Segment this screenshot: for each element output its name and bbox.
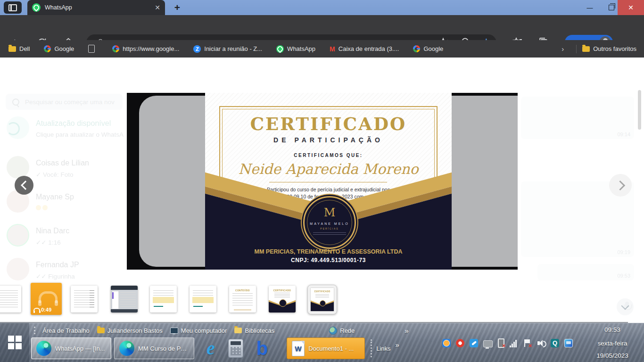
browser-tab[interactable]: WhatsApp ✕: [27, 0, 165, 15]
recipient-name: Neide Aparecida Moreno: [205, 161, 452, 177]
toolbar-meu-computador[interactable]: Meu computador: [170, 327, 227, 334]
minimize-button[interactable]: —: [579, 0, 601, 15]
bookmark-dell[interactable]: Dell: [8, 45, 30, 52]
other-favorites[interactable]: Outros favoritos: [582, 45, 636, 52]
seal-divider: [313, 232, 346, 235]
taskbar-app-whatsapp[interactable]: WhatsApp — [In...: [31, 337, 111, 359]
message-bubble: 09:53: [537, 264, 634, 280]
tab-close-icon[interactable]: ✕: [155, 4, 160, 11]
signal-bars-tray-icon[interactable]: [510, 339, 518, 347]
chevron-right-icon[interactable]: ›: [561, 45, 564, 53]
toolbar-user-folder[interactable]: Julianderson Bastos: [97, 327, 163, 334]
list-item[interactable]: Fernanda JP ✓✓ Figurinha: [0, 258, 127, 289]
chevron-right-icon: [615, 181, 625, 190]
toolbar-overflow-icon[interactable]: »: [405, 327, 408, 335]
folder-icon: [8, 46, 16, 52]
toolbar-bibliotecas[interactable]: Bibliotecas: [234, 327, 274, 334]
thumbnail-certificate-framed[interactable]: CERTIFICADO: [307, 285, 337, 314]
taskbar-apps: WhatsApp — [In... MM Curso de Pe... e b …: [31, 337, 399, 360]
library-icon: [234, 328, 242, 333]
toolbar-grip[interactable]: [34, 327, 37, 334]
vertical-scrollbar[interactable]: [638, 90, 641, 130]
start-button[interactable]: [0, 323, 29, 362]
next-media-button[interactable]: [609, 174, 632, 197]
media-image[interactable]: CERTIFICADO DE PARTICIPAÇÃO CERTIFICAMOS…: [127, 93, 518, 270]
thumbnail-audio-selected[interactable]: 0:49: [31, 283, 62, 315]
quick-assist-tray-icon[interactable]: Q: [551, 339, 559, 347]
message-bubble: 09:14: [521, 97, 634, 139]
headphones-icon: [39, 291, 58, 303]
divider: [576, 45, 577, 53]
calculator-icon[interactable]: [228, 339, 243, 358]
links-overflow-icon[interactable]: »: [396, 341, 399, 349]
bing-icon[interactable]: b: [256, 338, 268, 359]
seal-name: MAYANE MELO: [305, 222, 355, 225]
bookmark-google[interactable]: Google: [44, 45, 74, 52]
thumbnail-document[interactable]: [150, 286, 177, 313]
edge-icon: [119, 341, 134, 356]
bookmark-gmail[interactable]: MCaixa de entrada (3....: [330, 45, 399, 53]
links-label[interactable]: Links: [376, 345, 390, 352]
chevron-down-icon: [621, 302, 629, 310]
zoom-app-icon: Z: [193, 45, 201, 53]
bookmark-google-2[interactable]: Google: [413, 45, 443, 52]
list-item[interactable]: Nina Darc ✓✓ 1:16: [0, 224, 127, 255]
search-input[interactable]: Pesquisar ou começar uma nov: [6, 94, 123, 110]
edge-icon: [36, 341, 51, 356]
alarm-clock-tray-icon[interactable]: [442, 339, 451, 347]
remote-desktop-tray-icon[interactable]: [564, 339, 573, 347]
tab-title: WhatsApp: [45, 4, 155, 11]
bookmarks-overflow: › Outros favoritos: [561, 40, 639, 58]
google-icon: [44, 45, 51, 52]
settings-wrench-tray-icon[interactable]: [470, 339, 478, 347]
tab-actions-icon[interactable]: [4, 1, 22, 14]
opera-tray-icon[interactable]: [456, 339, 464, 347]
thumbnail-document[interactable]: [71, 286, 98, 313]
search-icon: [12, 99, 19, 106]
update-banner[interactable]: Atualização disponível Clique para atual…: [0, 116, 127, 148]
taskbar-app-word-documento1[interactable]: W Documento1 - ...: [287, 337, 365, 359]
bookmark-zoom[interactable]: ZIniciar a reunião - Z...: [193, 45, 262, 53]
word-icon: W: [292, 341, 305, 356]
list-item[interactable]: Mayane Sp: [0, 190, 127, 221]
close-window-button[interactable]: ✕: [618, 0, 644, 15]
battery-error-tray-icon[interactable]: [498, 338, 504, 348]
new-tab-button[interactable]: +: [171, 1, 184, 14]
bookmark-page[interactable]: [88, 45, 98, 53]
thumbnail-document-conteudo[interactable]: CONTEÚDO: [229, 286, 256, 313]
taskbar-clock[interactable]: 09:53 sexta-feira 19/05/2023: [585, 323, 640, 362]
display-tray-icon[interactable]: [483, 340, 493, 347]
system-tray: Q: [442, 338, 573, 348]
toolbar-rede[interactable]: Rede: [329, 327, 355, 335]
grin-emoji: [36, 205, 41, 210]
computer-icon: [170, 328, 178, 334]
headphones-icon: [33, 308, 40, 312]
google-icon: [413, 45, 420, 52]
gmail-icon: M: [330, 45, 335, 53]
media-viewer-header: Você @ Coisas de Lilian hoje às 09:53 ★ …: [0, 58, 644, 87]
taskbar-app-mm-curso[interactable]: MM Curso de Pe...: [114, 337, 194, 359]
whatsapp-icon: [32, 3, 41, 12]
certificate-subtitle: DE PARTICIPAÇÃO: [205, 136, 452, 144]
clock-date: 19/05/2023: [585, 352, 640, 359]
toolbar-area-de-trabalho[interactable]: Área de Trabalho: [40, 327, 90, 334]
previous-media-button[interactable]: [15, 176, 33, 195]
toolbar-grip[interactable]: [371, 339, 373, 357]
thumbnail-certificate[interactable]: CERTIFICADO: [269, 286, 296, 313]
thumbnail-document[interactable]: [0, 286, 21, 313]
bookmark-whatsapp[interactable]: WhatsApp: [276, 45, 315, 53]
bookmark-google-url[interactable]: https://www.google...: [112, 45, 179, 52]
internet-explorer-icon[interactable]: e: [206, 338, 215, 359]
media-viewer: Pesquisar ou começar uma nov Atualização…: [0, 87, 644, 323]
bookmarks-bar: Dell Google https://www.google... ZInici…: [0, 40, 644, 58]
certificate-title: CERTIFICADO: [205, 114, 452, 134]
folder-icon: [97, 328, 105, 333]
taskbar-toolbar: Área de Trabalho Julianderson Bastos Meu…: [31, 325, 409, 336]
company-seal: M MAYANE MELO PERÍCIAS: [303, 196, 356, 249]
scroll-to-bottom-button[interactable]: [617, 298, 634, 315]
volume-tray-icon[interactable]: [537, 339, 545, 347]
thumbnail-document[interactable]: [190, 286, 216, 313]
thumbnail-screenshot[interactable]: [111, 286, 138, 313]
links-toolbar: Links »: [368, 337, 399, 359]
action-center-flag-tray-icon[interactable]: [523, 339, 532, 347]
